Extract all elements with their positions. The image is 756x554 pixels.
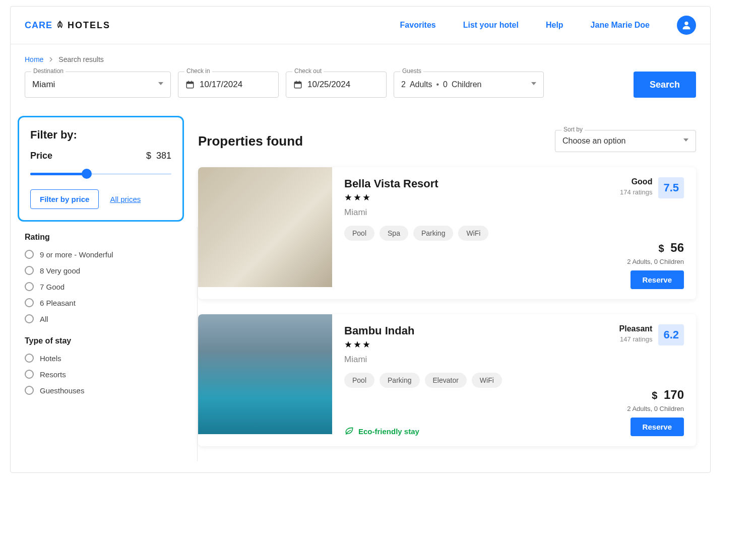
logo-hotels: HOTELS	[68, 20, 110, 31]
amenity-tag: Parking	[413, 226, 453, 241]
rating-option[interactable]: 7 Good	[25, 282, 181, 291]
amenity-tag: WiFi	[458, 226, 488, 241]
adults-count: 2	[401, 80, 406, 89]
property-guests-line: 2 Adults, 0 Children	[627, 405, 684, 412]
chevron-right-icon	[48, 57, 53, 62]
logo-care: CARE	[25, 20, 52, 31]
property-name[interactable]: Bella Vista Resort	[344, 177, 488, 190]
search-button[interactable]: Search	[634, 72, 696, 98]
property-card: Bella Vista ResortMiamiPoolSpaParkingWiF…	[198, 167, 696, 299]
guests-select[interactable]: Guests 2 Adults • 0 Children	[394, 72, 544, 98]
rating-filter: Rating 9 or more - Wonderful8 Very good7…	[25, 233, 181, 323]
slider-thumb[interactable]	[82, 169, 92, 179]
property-price: $ 170	[627, 388, 684, 402]
rating-option[interactable]: 6 Pleasant	[25, 298, 181, 307]
svg-rect-8	[299, 81, 300, 83]
star-icon	[362, 340, 370, 349]
svg-rect-2	[186, 82, 194, 84]
rating-option-label: 6 Pleasant	[40, 299, 76, 307]
stay-type-option-label: Resorts	[40, 370, 66, 379]
column-divider	[197, 227, 198, 461]
sort-label: Sort by	[561, 126, 585, 133]
price-filter-card: Filter by: Price $381 Filter by price Al…	[18, 116, 184, 222]
checkout-field[interactable]: Check out 10/25/2024	[286, 72, 387, 98]
results-main: Properties found Sort by Choose an optio…	[198, 116, 696, 461]
avatar[interactable]	[677, 16, 696, 35]
breadcrumb-home[interactable]: Home	[25, 55, 43, 63]
separator-dot: •	[436, 80, 439, 89]
property-image[interactable]	[198, 314, 332, 434]
rating-score: 6.2	[658, 324, 684, 345]
destination-label: Destination	[31, 67, 66, 75]
breadcrumb: Home Search results	[25, 55, 696, 63]
leaf-icon	[344, 426, 354, 436]
stay-type-option[interactable]: Guesthouses	[25, 386, 181, 395]
search-bar: Destination Miami Check in 10/17/2024 Ch…	[25, 72, 696, 98]
all-prices-link[interactable]: All prices	[110, 195, 141, 203]
svg-point-0	[684, 22, 688, 25]
svg-rect-7	[296, 81, 297, 83]
reserve-button[interactable]: Reserve	[631, 418, 684, 436]
nav-user-name[interactable]: Jane Marie Doe	[591, 21, 650, 30]
adults-word: Adults	[410, 80, 432, 89]
rating-option[interactable]: 8 Very good	[25, 266, 181, 275]
results-title: Properties found	[198, 133, 303, 149]
amenity-tags: PoolParkingElevatorWiFi	[344, 373, 502, 388]
rating-header: Rating	[25, 233, 181, 242]
stay-type-option[interactable]: Hotels	[25, 354, 181, 363]
amenity-tag: WiFi	[472, 373, 502, 388]
stay-type-option-label: Guesthouses	[40, 386, 84, 395]
amenity-tag: Parking	[380, 373, 419, 388]
sort-value: Choose an option	[562, 136, 625, 146]
property-image[interactable]	[198, 167, 332, 287]
destination-select[interactable]: Destination Miami	[25, 72, 171, 98]
property-card: Bambu IndahMiamiPoolParkingElevatorWiFiP…	[198, 314, 696, 446]
eco-label: Eco-friendly stay	[358, 427, 419, 436]
radio-icon	[25, 314, 34, 323]
checkin-label: Check in	[184, 67, 212, 75]
radio-icon	[25, 298, 34, 307]
price-label: Price	[30, 151, 52, 161]
rating-option[interactable]: All	[25, 314, 181, 323]
stay-type-header: Type of stay	[25, 336, 181, 345]
property-rating: Pleasant147 ratings6.2	[619, 324, 684, 388]
chevron-down-icon	[683, 138, 688, 144]
checkout-value: 10/25/2024	[307, 80, 350, 90]
reserve-button[interactable]: Reserve	[631, 270, 684, 289]
rating-option-label: All	[40, 315, 48, 323]
checkin-field[interactable]: Check in 10/17/2024	[178, 72, 279, 98]
amenity-tags: PoolSpaParkingWiFi	[344, 226, 488, 241]
amenity-tag: Pool	[344, 373, 374, 388]
nav-help[interactable]: Help	[546, 21, 563, 30]
rating-word: Pleasant	[619, 324, 653, 333]
chevron-down-icon	[531, 82, 536, 87]
rating-word: Good	[620, 177, 652, 186]
filter-by-price-button[interactable]: Filter by price	[30, 189, 99, 209]
property-rating: Good174 ratings7.5	[620, 177, 684, 241]
user-icon	[681, 20, 692, 31]
filter-title: Filter by:	[30, 128, 171, 142]
star-icon	[353, 193, 361, 201]
calendar-icon	[185, 80, 195, 89]
nav-favorites[interactable]: Favorites	[400, 21, 436, 30]
sort-select[interactable]: Sort by Choose an option	[555, 130, 696, 152]
radio-icon	[25, 354, 34, 363]
price-slider[interactable]	[30, 168, 171, 179]
property-location: Miami	[344, 207, 488, 218]
star-icon	[344, 340, 352, 349]
leaf-icon	[55, 21, 65, 30]
rating-option[interactable]: 9 or more - Wonderful	[25, 250, 181, 259]
rating-count: 174 ratings	[620, 188, 652, 196]
nav-list-your-hotel[interactable]: List your hotel	[463, 21, 519, 30]
stay-type-option[interactable]: Resorts	[25, 370, 181, 379]
amenity-tag: Spa	[380, 226, 408, 241]
children-word: Children	[452, 80, 482, 89]
property-name[interactable]: Bambu Indah	[344, 324, 502, 337]
breadcrumb-current: Search results	[58, 55, 103, 63]
radio-icon	[25, 266, 34, 275]
checkin-value: 10/17/2024	[200, 80, 242, 90]
logo[interactable]: CARE HOTELS	[25, 20, 110, 31]
rating-option-label: 7 Good	[40, 283, 65, 291]
property-guests-line: 2 Adults, 0 Children	[627, 258, 684, 265]
destination-value: Miami	[32, 80, 55, 90]
